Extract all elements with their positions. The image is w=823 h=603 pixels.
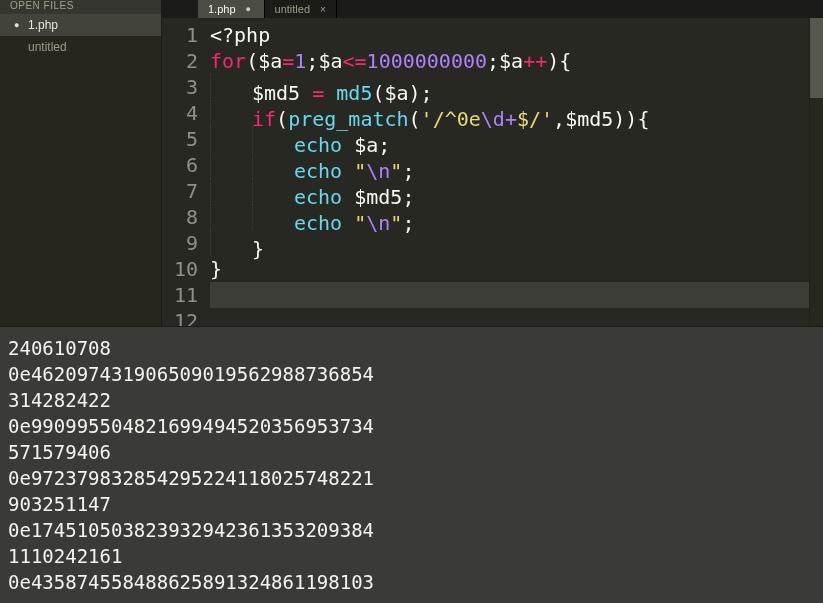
line-number: 12 [162,308,198,322]
line-number: 9 [162,230,198,256]
code-line[interactable] [210,308,809,322]
sidebar-item-1php[interactable]: ●1.php [0,14,161,36]
tab-bar: 1.php●untitled× [162,0,823,18]
code-line[interactable]: } [210,256,809,282]
line-gutter: 123456789101112 [162,18,210,326]
tab-untitled[interactable]: untitled× [265,0,337,18]
line-number: 4 [162,100,198,126]
code-line[interactable] [210,282,809,308]
sidebar-header: OPEN FILES [0,0,161,14]
blank-icon [14,43,22,51]
line-number: 6 [162,152,198,178]
code-line[interactable]: for($a=1;$a<=1000000000;$a++){ [210,48,809,74]
line-number: 5 [162,126,198,152]
code-line[interactable]: <?php [210,22,809,48]
line-number: 10 [162,256,198,282]
code-line[interactable]: echo $md5; [210,178,809,204]
tab-label: untitled [275,3,310,15]
code-editor[interactable]: <?phpfor($a=1;$a<=1000000000;$a++){$md5 … [210,18,809,326]
output-console[interactable]: 240610708 0e4620974319065090195629887368… [0,326,823,603]
line-number: 1 [162,22,198,48]
code-line[interactable]: if(preg_match('/^0e\d+$/',$md5)){ [210,100,809,126]
line-number: 3 [162,74,198,100]
modified-dot-icon: ● [246,5,254,13]
tab-label: 1.php [208,3,236,15]
scrollbar-thumb[interactable] [810,18,823,98]
sidebar-item-label: 1.php [28,18,58,32]
editor-area: 1.php●untitled× 123456789101112 <?phpfor… [162,0,823,326]
scrollbar[interactable] [809,18,823,326]
line-number: 7 [162,178,198,204]
close-icon[interactable]: × [320,4,326,15]
sidebar: OPEN FILES ●1.phpuntitled [0,0,162,326]
line-number: 11 [162,282,198,308]
code-line[interactable]: $md5 = md5($a); [210,74,809,100]
line-number: 8 [162,204,198,230]
sidebar-item-label: untitled [28,40,67,54]
code-line[interactable]: echo "\n"; [210,152,809,178]
sidebar-item-untitled[interactable]: untitled [0,36,161,58]
code-line[interactable]: echo "\n"; [210,204,809,230]
tab-1php[interactable]: 1.php● [198,0,265,18]
modified-dot-icon: ● [14,21,22,29]
line-number: 2 [162,48,198,74]
